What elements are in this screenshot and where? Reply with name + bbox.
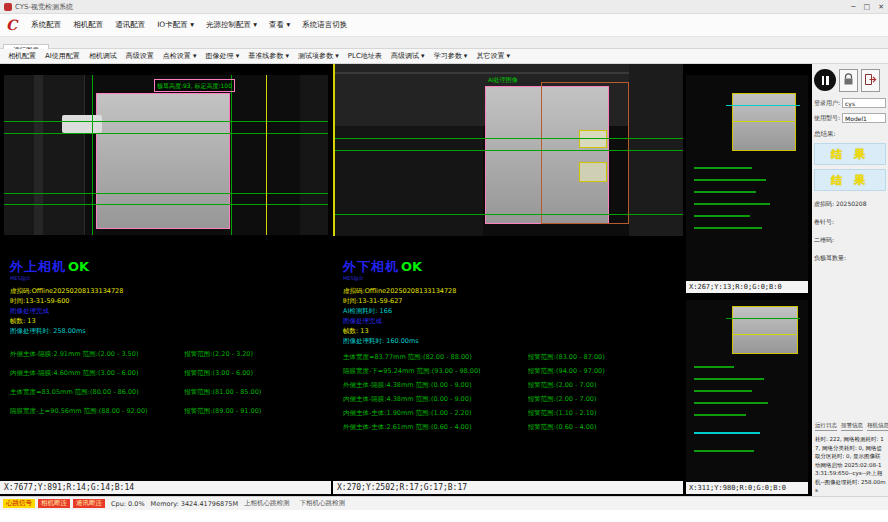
info-row: 帧数: 13 xyxy=(10,316,327,326)
log-tab[interactable]: 运行日志 xyxy=(815,422,837,431)
info-row: 帧数: 13 xyxy=(343,326,679,336)
toolbar-item[interactable]: 其它设置 ▾ xyxy=(476,51,510,61)
toolbar-item[interactable]: PLC地址表 xyxy=(348,51,382,61)
ai-annotation: AI处理图像 xyxy=(488,76,518,85)
info-row: 图像处理耗时: 160.00ms xyxy=(343,336,679,346)
toolbar-item[interactable]: 点检设置 ▾ xyxy=(163,51,197,61)
toolbar-item[interactable]: 高级设置 xyxy=(126,51,154,61)
tab-strip: 运行图像 xyxy=(0,37,888,49)
machine-fixture xyxy=(4,75,85,235)
thumb-text-line xyxy=(694,215,750,217)
overlay-marker-yellow xyxy=(333,64,335,236)
thumb-text-line xyxy=(694,402,768,404)
overlay-marker-yellow xyxy=(266,75,267,235)
log-tab[interactable]: 报警信息 xyxy=(841,422,863,431)
thumb-text-line xyxy=(694,191,756,193)
brand-logo-icon: C xyxy=(6,17,17,33)
model-label: 使用型号: xyxy=(814,114,840,123)
product-thumbnail xyxy=(732,306,798,354)
status-ok: OK xyxy=(401,259,422,274)
minimize-button[interactable]: ─ xyxy=(851,3,855,11)
menu-bar: C 系统配置相机配置通讯配置IO卡配置 ▾光源控制配置 ▾查看 ▾系统语言切换 xyxy=(0,14,888,37)
measurement-row: 内侧主体-隔膜:4.60mm 范围:(3.00 - 6.00) 报警范围:(3.… xyxy=(10,364,327,383)
camera-title: 外下相机 xyxy=(343,259,399,274)
tab-highlight xyxy=(579,162,607,182)
needle-number-label: 卷针号: xyxy=(814,218,886,227)
tab-highlight xyxy=(579,130,607,148)
toolbar-item[interactable]: 相机调试 xyxy=(89,51,117,61)
overlay-cyan-line xyxy=(726,105,800,106)
lock-icon xyxy=(843,73,854,87)
measurement-row: 外侧主体-隔膜:4.38mm 范围:(0.00 - 9.00) 报警范围:(2.… xyxy=(343,378,679,392)
alarm-range: 报警范围:(81.00 - 85.00) xyxy=(184,383,327,402)
toolbar-item[interactable]: 基准线参数 ▾ xyxy=(248,51,289,61)
alarm-range: 报警范围:(2.20 - 3.20) xyxy=(184,345,327,364)
menubar-item[interactable]: 系统语言切换 xyxy=(302,20,347,30)
camera-viewport-lower[interactable]: AI处理图像 xyxy=(333,64,683,236)
info-row: 图像处理完成 xyxy=(10,306,327,316)
overlay-baseline-green xyxy=(4,193,328,194)
menubar-item[interactable]: 光源控制配置 ▾ xyxy=(206,20,257,30)
product-image xyxy=(96,93,230,229)
product-thumbnail xyxy=(732,93,796,151)
ai-roi-box-orange xyxy=(541,82,629,224)
app-window: { "window": { "title": "CYS-视觉检测系统", "co… xyxy=(0,0,888,522)
menubar-item[interactable]: 查看 ▾ xyxy=(269,20,290,30)
menubar-item[interactable]: 系统配置 xyxy=(31,20,61,30)
virtual-code-label: 虚拟码: 20250208 xyxy=(814,200,886,209)
exit-button[interactable] xyxy=(861,69,880,92)
close-button[interactable]: ✕ xyxy=(878,3,884,11)
maximize-button[interactable]: □ xyxy=(864,3,871,11)
menubar-item[interactable]: IO卡配置 ▾ xyxy=(157,20,194,30)
title-bar: CYS-视觉检测系统 ─ □ ✕ xyxy=(0,0,888,14)
machine-column xyxy=(34,75,43,235)
camera-viewport-upper[interactable]: 极耳高度:93, 标定高度:100 xyxy=(4,75,328,235)
coordinate-bar-thumb-top: X:267;Y:13;R:0;G:0;B:0 xyxy=(686,281,808,293)
toolbar-item[interactable]: 学习参数 ▾ xyxy=(434,51,468,61)
toolbar: 相机配置AI使用配置相机调试高级设置点检设置 ▾图像处理 ▾基准线参数 ▾测试项… xyxy=(0,49,888,64)
thumbnail-viewport-top[interactable] xyxy=(686,75,808,281)
coordinate-bar-upper: X:7677;Y:891;R:14;G:14;B:14 xyxy=(0,481,331,494)
toolbar-item[interactable]: 测试项参数 ▾ xyxy=(298,51,339,61)
toolbar-item[interactable]: 图像处理 ▾ xyxy=(206,51,240,61)
window-title: CYS-视觉检测系统 xyxy=(15,2,73,12)
log-tab[interactable]: 相机信息 xyxy=(867,422,888,431)
overlay-baseline-green xyxy=(333,150,683,151)
thumb-text-line xyxy=(694,167,752,169)
negative-tab-count-label: 负极耳数量: xyxy=(814,254,886,263)
heartbeat-check-item: 下相机心跳检测 xyxy=(300,499,346,508)
login-user-field[interactable] xyxy=(842,98,886,108)
model-field[interactable] xyxy=(842,113,886,123)
overlay-baseline-green xyxy=(4,133,328,134)
menubar-item[interactable]: 通讯配置 xyxy=(115,20,145,30)
machine-fixture-right xyxy=(300,75,328,235)
alarm-range: 报警范围:(89.00 - 91.00) xyxy=(184,402,327,421)
machine-body xyxy=(333,126,483,236)
measurement-value: 内侧主体-隔膜:4.38mm 范围:(0.00 - 9.00) xyxy=(343,392,528,406)
info-row: 图像处理完成 xyxy=(343,316,679,326)
thumbnail-viewport-bottom[interactable] xyxy=(686,300,808,482)
toolbar-item[interactable]: 高级调试 ▾ xyxy=(391,51,425,61)
measure-annotation: 极耳高度:93, 标定高度:100 xyxy=(154,79,235,92)
measurement-value: 内侧主体-主体:1.90mm 范围:(1.00 - 2.20) xyxy=(343,406,528,420)
status-badge: 通讯断连 xyxy=(73,499,105,508)
measurement-row: 内侧主体-主体:1.90mm 范围:(1.00 - 2.20) 报警范围:(1.… xyxy=(343,406,679,420)
log-text: 耗时: 222, 网络检测耗时: 17, 网络分类耗时: 0, 网络提取分区耗时… xyxy=(815,435,886,495)
toolbar-item[interactable]: 相机配置 xyxy=(8,51,36,61)
thumb-text-line xyxy=(694,378,764,380)
measurement-row: 外侧主体-主体:2.61mm 范围:(0.60 - 4.00) 报警范围:(0.… xyxy=(343,420,679,434)
measurement-value: 外侧主体-隔膜:2.91mm 范围:(2.00 - 3.50) xyxy=(10,345,184,364)
lock-button[interactable] xyxy=(839,69,858,92)
status-badge: 心跳信号 xyxy=(3,499,35,508)
menubar-item[interactable]: 相机配置 xyxy=(73,20,103,30)
total-result-label: 总结果: xyxy=(814,130,886,139)
overlay-yellow-line xyxy=(732,334,796,335)
info-row: 时间:13-31-59-600 xyxy=(10,296,327,306)
toolbar-item[interactable]: AI使用配置 xyxy=(45,51,80,61)
info-row: 图像处理耗时: 258.00ms xyxy=(10,326,327,336)
pause-button[interactable] xyxy=(814,69,836,91)
status-ok: OK xyxy=(68,259,89,274)
overlay-edge-green xyxy=(92,75,93,235)
measurement-value: 主体宽度=83.77mm 范围:(82.00 - 88.00) xyxy=(343,350,528,364)
login-user-row: 登录用户: xyxy=(814,98,886,108)
